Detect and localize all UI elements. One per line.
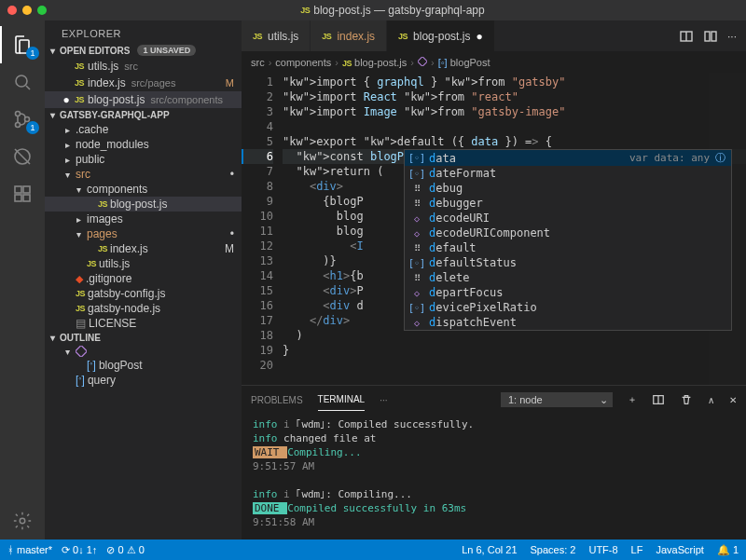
status-eol[interactable]: LF [631,544,643,555]
suggestion-item[interactable]: ⠿ debugger [405,196,731,211]
chevron-icon: ▾ [62,347,73,357]
suggestion-item[interactable]: [◦] devicePixelRatio [405,300,731,315]
file-icon: ▤ [76,317,86,330]
open-editor-item[interactable]: ● JS blog-post.js src/components [45,91,242,108]
status-spaces[interactable]: Spaces: 2 [531,544,576,555]
terminal-output[interactable]: info i ｢wdm｣: Compiled successfully.info… [242,414,746,540]
variable-icon: [◦] [87,359,96,372]
open-editor-item[interactable]: JS index.js src/pages M [45,75,242,91]
more-actions-icon[interactable]: ··· [727,30,737,43]
activity-search[interactable] [0,63,45,101]
suggestion-item[interactable]: ⠿ delete [405,270,731,285]
tree-file[interactable]: JSblog-post.js [45,197,242,212]
outline-item[interactable]: [◦]blogPost [45,358,242,373]
terminal-select[interactable]: 1: node [501,392,613,407]
status-language[interactable]: JavaScript [656,544,703,555]
panel-tab-problems[interactable]: PROBLEMS [251,389,303,411]
suggestion-item[interactable]: ◇ dispatchEvent [405,315,731,330]
close-window[interactable] [7,6,17,15]
suggestion-item[interactable]: [◦] dateFormat [405,166,731,181]
editor-tab[interactable]: JS utils.js [242,20,311,51]
split-editor-icon[interactable] [679,29,694,44]
suggestion-item[interactable]: [◦] data var data: any ⓘ [405,150,731,166]
suggestion-label: decodeURIComponent [429,226,550,239]
activity-scm[interactable]: 1 [0,101,45,138]
terminal-line: info i ｢wdm｣: Compiling... [253,487,735,501]
panel-tab-terminal[interactable]: TERMINAL [318,389,366,411]
breadcrumb-item[interactable]: src [251,57,265,68]
suggestion-var-icon: [◦] [410,256,423,269]
activity-debug[interactable] [0,138,45,175]
suggestion-label: dateFormat [429,167,496,180]
breadcrumb-item[interactable]: [◦] blogPost [438,57,490,68]
split-terminal-icon[interactable] [652,393,665,406]
activity-settings[interactable] [0,502,45,540]
tree-folder[interactable]: ▸images [45,212,242,226]
tree-label: LICENSE [89,317,136,330]
tree-file[interactable]: JSgatsby-node.js [45,301,242,316]
tree-folder[interactable]: ▸node_modules [45,137,242,152]
tree-file[interactable]: ◆.gitignore [45,271,242,286]
suggestion-label: debug [429,182,463,195]
breadcrumb-item[interactable]: JS blog-post.js [342,57,407,68]
panel-tab-more[interactable]: ··· [380,389,387,411]
status-branch[interactable]: ᚼ master* [7,544,52,555]
status-cursor[interactable]: Ln 6, Col 21 [462,544,517,555]
open-editor-item[interactable]: JS utils.js src [45,58,242,75]
editor-tab[interactable]: JS blog-post.js ● [387,20,495,51]
breadcrumbs[interactable]: src›components›JS blog-post.js› ›[◦] blo… [242,52,746,73]
project-header[interactable]: ▾ GATSBY-GRAPHQL-APP [45,108,242,122]
outline-item[interactable]: ▾ [45,345,242,358]
outline-item[interactable]: [◦]query [45,373,242,388]
tree-folder[interactable]: ▾pages • [45,226,242,241]
suggestion-item[interactable]: ⠿ debug [405,181,731,196]
breadcrumb-item[interactable]: components [275,57,331,68]
kill-terminal-icon[interactable] [680,393,693,406]
minimize-window[interactable] [22,6,32,15]
svg-rect-6 [15,195,21,201]
info-icon[interactable]: ⓘ [715,151,725,165]
js-icon: JS [75,78,84,88]
suggestion-item[interactable]: ◇ decodeURIComponent [405,225,731,240]
tree-folder[interactable]: ▾src • [45,167,242,182]
close-panel-icon[interactable]: ✕ [729,395,737,405]
editor-tab[interactable]: JS index.js [311,20,387,51]
tab-label: index.js [337,30,375,43]
breadcrumb-item[interactable] [418,57,427,68]
status-encoding[interactable]: UTF-8 [588,544,617,555]
file-path: src/pages [131,77,176,89]
suggestion-item[interactable]: [◦] defaultStatus [405,255,731,270]
svg-rect-8 [23,186,30,193]
intellisense-popup[interactable]: [◦] data var data: any ⓘ[◦] dateFormat ⠿… [404,149,732,331]
tree-file[interactable]: ▤LICENSE [45,316,242,331]
suggestion-item[interactable]: ◇ decodeURI [405,211,731,225]
svg-rect-13 [711,32,716,41]
tree-file[interactable]: JSutils.js [45,256,242,271]
maximize-panel-icon[interactable]: ∧ [708,395,714,405]
suggestion-item[interactable]: ⠿ default [405,240,731,255]
code-editor[interactable]: 1234567891011121314151617181920 "kw">imp… [242,73,746,385]
tree-label: public [76,153,104,166]
tree-file[interactable]: JSindex.js M [45,241,242,256]
suggestion-item[interactable]: ◇ departFocus [405,285,731,300]
sidebar: EXPLORER ▾ OPEN EDITORS 1 UNSAVED JS uti… [45,20,242,540]
zoom-window[interactable] [37,6,47,15]
tree-label: pages [87,227,117,240]
compare-icon[interactable] [703,29,718,44]
tree-folder[interactable]: ▾components [45,182,242,197]
tree-file[interactable]: JSgatsby-config.js [45,286,242,301]
tree-folder[interactable]: ▸.cache [45,122,242,137]
panel-tabs: PROBLEMS TERMINAL ··· 1: node ＋ ∧ ✕ [242,386,746,414]
activity-explorer[interactable]: 1 [0,26,45,63]
activity-extensions[interactable] [0,175,45,212]
new-terminal-icon[interactable]: ＋ [628,393,637,406]
outline-list: ▾[◦]blogPost[◦]query [45,345,242,388]
status-sync[interactable]: ⟳ 0↓ 1↑ [62,544,97,556]
open-editors-header[interactable]: ▾ OPEN EDITORS 1 UNSAVED [45,43,242,58]
tree-folder[interactable]: ▸public [45,152,242,167]
terminal-line: 9:51:57 AM [253,459,735,473]
status-errors[interactable]: ⊘ 0 ⚠ 0 [106,544,144,556]
js-icon: JS [76,289,85,298]
status-notifications[interactable]: 🔔 1 [717,544,739,556]
outline-header[interactable]: ▾ OUTLINE [45,331,242,345]
